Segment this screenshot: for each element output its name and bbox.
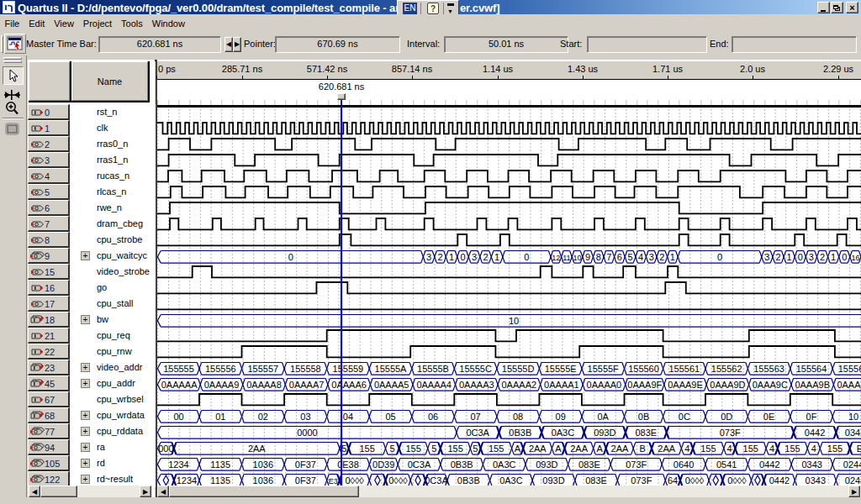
- svg-text:0F37: 0F37: [295, 475, 316, 486]
- svg-text:E5: E5: [857, 444, 861, 454]
- svg-text:155556: 155556: [205, 364, 236, 374]
- svg-text:0640: 0640: [673, 459, 694, 470]
- svg-text:0: 0: [842, 252, 847, 262]
- svg-text:0AAAAA: 0AAAAA: [161, 380, 198, 390]
- svg-text:2: 2: [483, 252, 489, 262]
- svg-text:15555D: 15555D: [502, 364, 535, 374]
- svg-text:15555B: 15555B: [417, 364, 449, 374]
- svg-text:155: 155: [827, 444, 843, 454]
- svg-text:03: 03: [300, 412, 310, 422]
- svg-text:093D: 093D: [594, 428, 615, 438]
- svg-text:0343: 0343: [806, 475, 826, 486]
- svg-text:12: 12: [552, 254, 560, 262]
- svg-text:0A3C: 0A3C: [493, 459, 516, 470]
- svg-text:155563: 155563: [753, 364, 784, 374]
- svg-text:1135: 1135: [210, 475, 230, 486]
- svg-text:0442: 0442: [805, 428, 825, 438]
- svg-text:0A3C: 0A3C: [499, 475, 523, 486]
- svg-text:1036: 1036: [253, 459, 273, 470]
- svg-text:4: 4: [638, 252, 643, 262]
- svg-text:083E: 083E: [635, 428, 657, 438]
- svg-text:15555F: 15555F: [588, 364, 620, 374]
- svg-text:155: 155: [743, 444, 758, 454]
- svg-text:000: 000: [158, 444, 173, 454]
- svg-text:01: 01: [215, 412, 225, 422]
- svg-text:155: 155: [405, 444, 420, 454]
- svg-text:06: 06: [428, 412, 438, 422]
- svg-text:09: 09: [556, 412, 566, 422]
- svg-text:11: 11: [563, 254, 570, 262]
- svg-text:5: 5: [473, 444, 478, 454]
- svg-text:4: 4: [684, 444, 689, 454]
- svg-text:0C3A: 0C3A: [408, 459, 431, 470]
- svg-text:0AAAA2: 0AAAA2: [502, 380, 537, 390]
- svg-text:155560: 155560: [628, 364, 659, 374]
- svg-text:0D: 0D: [721, 412, 732, 422]
- svg-text:0AAA9A: 0AAA9A: [837, 380, 861, 390]
- svg-text:0AAAA4: 0AAAA4: [416, 380, 452, 390]
- svg-text:8: 8: [596, 252, 601, 262]
- svg-text:10: 10: [848, 412, 858, 422]
- svg-text:0: 0: [798, 252, 803, 262]
- svg-text:3: 3: [764, 252, 769, 262]
- svg-text:3: 3: [809, 252, 814, 262]
- svg-text:9: 9: [585, 252, 590, 262]
- svg-text:07: 07: [470, 412, 480, 422]
- svg-text:0AAA9C: 0AAA9C: [753, 380, 788, 390]
- svg-text:0F: 0F: [806, 412, 817, 422]
- svg-text:155: 155: [784, 444, 800, 454]
- svg-text:2: 2: [438, 252, 443, 262]
- svg-text:155557: 155557: [247, 364, 278, 374]
- svg-text:0244: 0244: [843, 459, 861, 470]
- svg-text:2: 2: [820, 252, 825, 262]
- svg-text:0: 0: [288, 252, 293, 262]
- svg-text:64: 64: [668, 475, 678, 486]
- svg-text:04: 04: [343, 412, 353, 422]
- svg-text:1: 1: [787, 252, 792, 262]
- svg-text:0◊◊◊: 0◊◊◊: [727, 475, 747, 486]
- svg-text:155555: 155555: [163, 364, 194, 374]
- svg-text:0◊◊◊: 0◊◊◊: [345, 475, 364, 486]
- svg-text:155558: 155558: [290, 364, 321, 374]
- svg-text:0244: 0244: [845, 475, 861, 486]
- svg-text:E3: E3: [329, 477, 338, 486]
- svg-text:093D: 093D: [536, 459, 557, 470]
- svg-text:0AAAA5: 0AAAA5: [374, 380, 409, 390]
- svg-text:0AAA9D: 0AAA9D: [710, 380, 745, 390]
- svg-text:2AA: 2AA: [248, 444, 266, 454]
- svg-text:0AAAA3: 0AAAA3: [459, 380, 494, 390]
- svg-text:0442: 0442: [759, 459, 779, 470]
- svg-text:083E: 083E: [578, 459, 600, 470]
- svg-text:0E: 0E: [763, 412, 774, 422]
- svg-text:4: 4: [769, 444, 774, 454]
- svg-text:155: 155: [359, 444, 374, 454]
- svg-text:155564: 155564: [796, 364, 827, 374]
- svg-text:2AA: 2AA: [570, 444, 588, 454]
- svg-text:0C: 0C: [679, 412, 690, 422]
- svg-text:093D: 093D: [542, 475, 564, 486]
- svg-text:0A3C: 0A3C: [552, 428, 575, 438]
- svg-text:1234: 1234: [177, 475, 197, 486]
- svg-text:6: 6: [617, 252, 622, 262]
- svg-text:0: 0: [717, 252, 722, 262]
- svg-text:155559: 155559: [333, 364, 364, 374]
- svg-text:0442: 0442: [769, 475, 790, 486]
- svg-text:1: 1: [449, 252, 454, 262]
- svg-text:B: B: [639, 444, 645, 454]
- svg-text:A: A: [515, 444, 521, 454]
- svg-text:15555E: 15555E: [545, 364, 577, 374]
- svg-text:0541: 0541: [716, 459, 737, 470]
- svg-text:0: 0: [524, 252, 529, 262]
- svg-text:5: 5: [390, 444, 395, 454]
- svg-text:3: 3: [472, 252, 477, 262]
- svg-text:00: 00: [173, 412, 183, 422]
- svg-text:0B3B: 0B3B: [457, 475, 480, 486]
- svg-text:1234: 1234: [168, 459, 188, 470]
- svg-text:155: 155: [447, 444, 462, 454]
- svg-text:4: 4: [811, 444, 816, 454]
- svg-text:1: 1: [831, 252, 836, 262]
- svg-text:1135: 1135: [210, 459, 230, 470]
- svg-text:0343: 0343: [845, 428, 861, 438]
- svg-text:0AAA9B: 0AAA9B: [795, 380, 830, 390]
- svg-text:2AA: 2AA: [658, 444, 675, 454]
